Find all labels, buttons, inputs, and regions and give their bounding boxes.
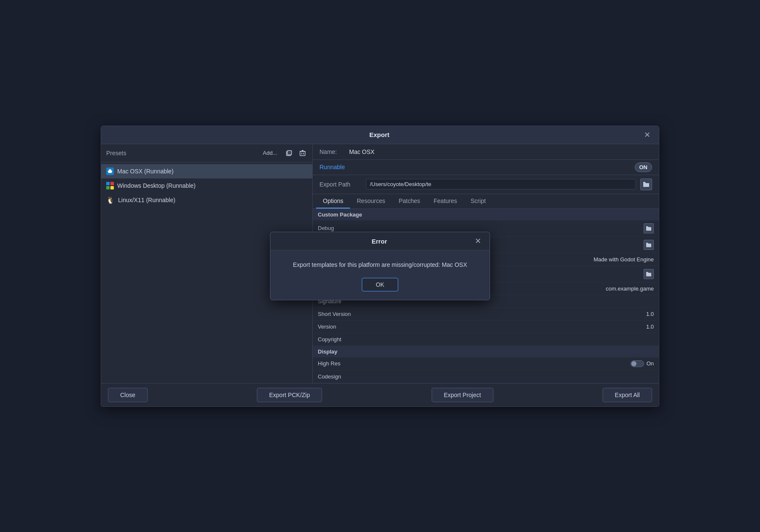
error-dialog: Error ✕ Export templates for this platfo… xyxy=(270,232,490,300)
error-close-icon[interactable]: ✕ xyxy=(473,236,483,246)
error-title-bar: Error ✕ xyxy=(270,232,490,250)
export-window: Export ✕ Presets Add... xyxy=(101,126,659,407)
dialog-overlay: Error ✕ Export templates for this platfo… xyxy=(101,126,659,406)
error-message: Export templates for this platform are m… xyxy=(279,261,481,269)
error-title: Error xyxy=(286,238,473,245)
error-ok-button[interactable]: OK xyxy=(362,278,398,291)
error-body: Export templates for this platform are m… xyxy=(270,250,490,300)
